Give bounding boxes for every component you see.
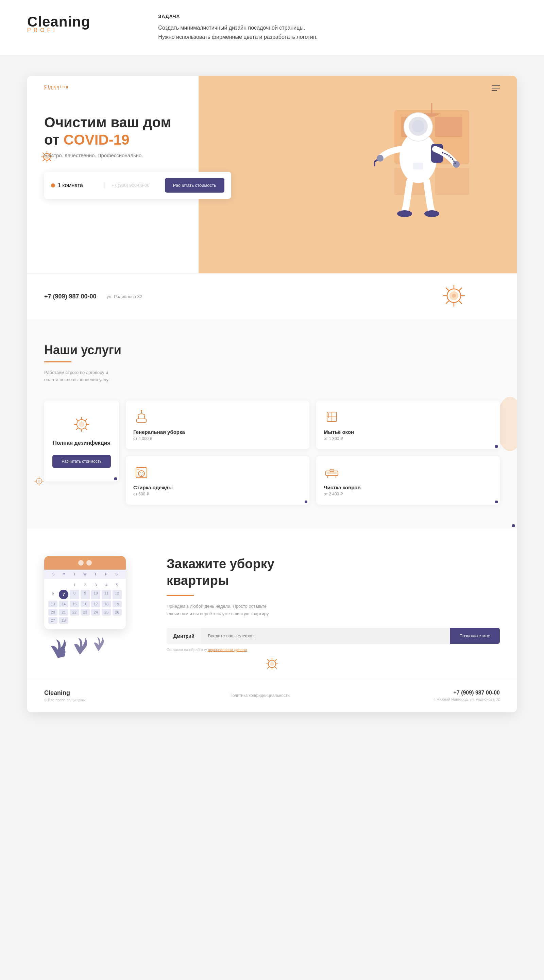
consent-text: Согласен на обработку персональных данны… xyxy=(167,648,500,652)
laundry-price: от 600 ₽ xyxy=(133,492,302,496)
svg-point-31 xyxy=(397,210,412,217)
svg-point-26 xyxy=(412,120,424,132)
calculate-cost-button[interactable]: Расчитать стоимость xyxy=(165,178,224,192)
svg-line-60 xyxy=(76,428,78,430)
footer-policy-link[interactable]: Политика конфиденциальности xyxy=(230,693,290,698)
svg-line-57 xyxy=(76,419,78,421)
footer-logo: Cleaning xyxy=(44,689,86,697)
svg-line-43 xyxy=(459,288,462,290)
svg-point-66 xyxy=(140,472,143,476)
carpets-icon xyxy=(324,464,340,480)
carpets-title: Чистка ковров xyxy=(324,485,492,490)
cta-name-field: Дмитрий xyxy=(167,628,201,644)
svg-point-32 xyxy=(424,210,439,217)
hero-form-rooms[interactable]: 1 комната xyxy=(51,182,105,189)
general-cleaning-title: Генеральная уборка xyxy=(133,429,302,435)
svg-line-83 xyxy=(268,667,269,668)
cta-form: Дмитрий Позвоните мне xyxy=(167,628,500,644)
svg-rect-67 xyxy=(137,469,140,470)
meta-header: Cleaning PROFI ЗАДАЧА Создать минималист… xyxy=(0,0,544,56)
rooms-label: 1 комната xyxy=(58,182,83,189)
consent-link[interactable]: персональных данных xyxy=(208,648,247,652)
windows-price: от 1 300 ₽ xyxy=(324,436,492,441)
hero-section: Cleaning PROFI Очистим ваш дом от COVID-… xyxy=(27,76,517,273)
services-grid: Полная дезинфекция Расчитать стоимость xyxy=(44,401,500,504)
services-description: Работаем строго по договору и оплата пос… xyxy=(44,369,112,383)
svg-point-46 xyxy=(38,480,40,482)
svg-rect-61 xyxy=(137,419,146,422)
services-heading: Наши услуги xyxy=(44,343,500,357)
disinfection-title: Полная дезинфекция xyxy=(53,440,111,446)
room-indicator xyxy=(51,183,55,188)
svg-point-29 xyxy=(377,155,384,162)
laundry-title: Стирка одежды xyxy=(133,485,302,490)
service-card-carpets: Чистка ковров от 2 400 ₽ xyxy=(316,456,500,504)
svg-point-75 xyxy=(270,662,274,666)
service-card-disinfection: Полная дезинфекция Расчитать стоимость xyxy=(44,401,119,482)
svg-line-82 xyxy=(275,659,276,661)
cta-content: Закажите уборку квартиры Приедем в любой… xyxy=(167,556,500,652)
services-section: Наши услуги Работаем строго по договору … xyxy=(27,319,517,528)
cta-call-button[interactable]: Позвоните мне xyxy=(450,628,500,644)
services-underline xyxy=(44,361,71,363)
contact-bar: +7 (909) 987 00-00 ул. Родионова 32 xyxy=(27,273,517,319)
svg-rect-72 xyxy=(327,472,336,474)
service-card-windows: Мытьё окон от 1 300 ₽ xyxy=(316,401,500,449)
calendar-days-header: S M T W T F S xyxy=(44,570,126,579)
website-mockup: Cleaning PROFI Очистим ваш дом от COVID-… xyxy=(27,76,517,712)
footer-contact: +7 (909) 987 00-00 г. Нижний Новгород, у… xyxy=(433,690,500,701)
laundry-icon xyxy=(133,464,150,480)
svg-point-36 xyxy=(452,294,456,298)
services-right: Мытьё окон от 1 300 ₽ xyxy=(316,401,500,504)
calendar-visual: S M T W T F S 1 2 3 4 5 6 7 xyxy=(44,556,140,651)
svg-rect-28 xyxy=(374,162,375,166)
hero-booking-form: 1 комната +7 (900) 900-00-00 Расчитать с… xyxy=(44,172,231,199)
svg-point-30 xyxy=(453,161,460,168)
svg-point-63 xyxy=(141,410,142,411)
cta-underline xyxy=(167,595,194,596)
footer-phone: +7 (909) 987 00-00 xyxy=(433,690,500,696)
task-description: Создать минималистичный дизайн посадочно… xyxy=(158,23,317,41)
disinfection-btn[interactable]: Расчитать стоимость xyxy=(52,455,111,468)
service-card-general: Генеральная уборка от 4 000 ₽ xyxy=(126,401,309,449)
meta-logo: Cleaning PROFI xyxy=(27,14,90,33)
calendar-box: S M T W T F S 1 2 3 4 5 6 7 xyxy=(44,556,126,629)
nav-logo: Cleaning PROFI xyxy=(44,86,69,91)
cta-description: Приедем в любой день недели. Просто оста… xyxy=(167,603,275,617)
meta-task: ЗАДАЧА Создать минималистичный дизайн по… xyxy=(158,14,317,41)
calendar-header xyxy=(44,556,126,570)
hamburger-menu[interactable] xyxy=(492,86,500,91)
general-cleaning-icon xyxy=(133,409,150,425)
calendar-grid: 1 2 3 4 5 6 7 8 9 10 11 12 13 14 15 16 1 xyxy=(44,579,126,629)
svg-rect-33 xyxy=(413,163,423,169)
svg-point-52 xyxy=(79,422,84,427)
services-middle: Генеральная уборка от 4 000 ₽ Сти xyxy=(126,401,309,504)
disinfection-icon xyxy=(71,414,92,434)
footer-brand: Cleaning © Все права защищены xyxy=(44,689,86,702)
svg-line-44 xyxy=(446,301,449,304)
cta-phone-input[interactable] xyxy=(201,628,450,644)
phone-display: +7 (900) 900-00-00 xyxy=(105,183,165,188)
footer-copyright: © Все права защищены xyxy=(44,698,86,702)
contact-phone: +7 (909) 987 00-00 xyxy=(44,293,97,300)
cta-section: S M T W T F S 1 2 3 4 5 6 7 xyxy=(27,528,517,679)
task-label: ЗАДАЧА xyxy=(158,14,317,19)
meta-logo-profi: PROFI xyxy=(27,27,90,33)
contact-address: ул. Родионова 32 xyxy=(107,294,143,299)
footer-address: г. Нижний Новгород, ул. Родионова 32 xyxy=(433,697,500,701)
windows-icon xyxy=(324,409,340,425)
cta-heading: Закажите уборку квартиры xyxy=(167,556,500,589)
general-cleaning-price: от 4 000 ₽ xyxy=(133,436,302,441)
services-header: Наши услуги Работаем строго по договору … xyxy=(44,343,500,383)
service-card-laundry: Стирка одежды от 600 ₽ xyxy=(126,456,309,504)
svg-line-58 xyxy=(85,428,87,430)
svg-line-42 xyxy=(459,301,462,304)
footer: Cleaning © Все права защищены Политика к… xyxy=(27,679,517,712)
svg-line-59 xyxy=(85,419,87,421)
svg-line-81 xyxy=(275,667,276,668)
svg-point-65 xyxy=(138,471,144,477)
svg-line-41 xyxy=(446,288,449,290)
carpets-price: от 2 400 ₽ xyxy=(324,492,492,496)
svg-line-80 xyxy=(268,659,269,661)
windows-title: Мытьё окон xyxy=(324,429,492,435)
